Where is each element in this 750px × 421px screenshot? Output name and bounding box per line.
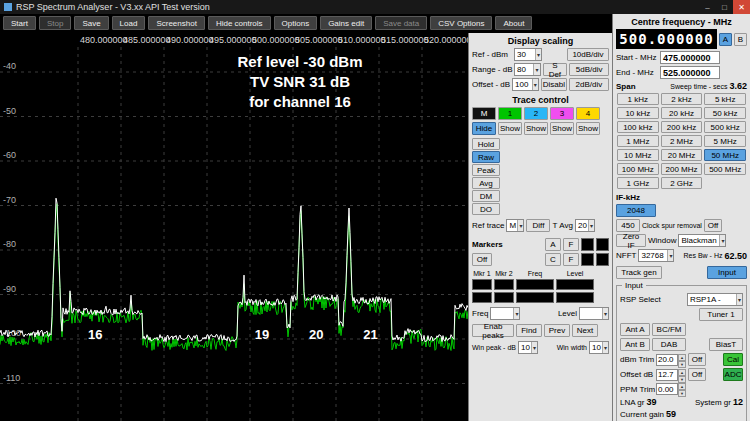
spin-down-icon[interactable]: ▼ xyxy=(678,376,686,383)
tuner1-button[interactable]: Tuner 1 xyxy=(699,308,743,321)
span-button[interactable]: 100 kHz xyxy=(617,121,659,133)
spin-down-icon[interactable]: ▼ xyxy=(678,361,686,368)
prev-peak-button[interactable]: Prev xyxy=(544,324,570,337)
close-button[interactable]: ✕ xyxy=(733,0,750,14)
marker-c-button[interactable]: C xyxy=(545,253,561,266)
span-button[interactable]: 1 MHz xyxy=(617,135,659,147)
biast-button[interactable]: BiasT xyxy=(709,338,743,351)
span-button[interactable]: 5 kHz xyxy=(704,93,746,105)
span-button[interactable]: 1 GHz xyxy=(617,177,659,189)
span-button[interactable]: 5 MHz xyxy=(704,135,746,147)
span-button[interactable]: 50 kHz xyxy=(704,107,746,119)
minimize-button[interactable]: – xyxy=(699,0,716,14)
span-button[interactable]: 1 kHz xyxy=(617,93,659,105)
adc-button[interactable]: ADC xyxy=(723,368,743,381)
marker-f-button[interactable]: F xyxy=(563,238,579,251)
toolbar-button[interactable]: Save data xyxy=(375,16,427,30)
toolbar-button[interactable]: Screenshot xyxy=(148,16,204,30)
toolbar-button[interactable]: Hide controls xyxy=(208,16,271,30)
marker-freq-select[interactable]: ▾ xyxy=(490,307,520,320)
toolbar-button[interactable]: Load xyxy=(112,16,146,30)
dm-button[interactable]: DM xyxy=(472,190,500,202)
marker-trace-button[interactable] xyxy=(581,238,594,251)
trace-3-button[interactable]: 3 xyxy=(550,107,574,120)
avg-count-select[interactable]: 20 ▾ xyxy=(575,219,595,232)
trace-m-hide-button[interactable]: Hide xyxy=(472,122,496,135)
trace-1-button[interactable]: 1 xyxy=(498,107,522,120)
spin-down-icon[interactable]: ▼ xyxy=(678,390,686,397)
trace-2-button[interactable]: 2 xyxy=(524,107,548,120)
zero-if-button[interactable]: Zero IF xyxy=(616,234,646,247)
raw-button[interactable]: Raw xyxy=(472,151,500,163)
span-button[interactable]: 10 MHz xyxy=(617,149,659,161)
span-button[interactable]: 200 MHz xyxy=(661,163,703,175)
span-button[interactable]: 10 kHz xyxy=(617,107,659,119)
win-peak-select[interactable]: 10 ▾ xyxy=(518,341,538,354)
ref-trace-select[interactable]: M ▾ xyxy=(506,219,524,232)
offset-db-stepper[interactable]: 12.7 ▲ ▼ xyxy=(656,369,686,381)
if-2048-button[interactable]: 2048 xyxy=(616,204,656,217)
toolbar-button[interactable]: Start xyxy=(3,16,36,30)
span-button[interactable]: 2 kHz xyxy=(661,93,703,105)
do-button[interactable]: DO xyxy=(472,203,500,215)
freq-a-button[interactable]: A xyxy=(719,33,732,46)
toolbar-button[interactable]: Save xyxy=(74,16,108,30)
peak-button[interactable]: Peak xyxy=(472,164,500,176)
rsp-select[interactable]: RSP1A - ▾ xyxy=(687,293,743,306)
hold-button[interactable]: Hold xyxy=(472,138,500,150)
maximize-button[interactable]: □ xyxy=(716,0,733,14)
freq-b-button[interactable]: B xyxy=(734,33,747,46)
offset-off-button[interactable]: Off xyxy=(688,368,706,381)
ant-b-button[interactable]: Ant B xyxy=(620,338,650,351)
cal-button[interactable]: Cal xyxy=(723,353,743,366)
span-button[interactable]: 50 MHz xyxy=(704,149,746,161)
marker-level-select[interactable]: ▾ xyxy=(579,307,609,320)
spin-up-icon[interactable]: ▲ xyxy=(678,369,686,376)
nfft-select[interactable]: 32768 ▾ xyxy=(638,249,674,262)
window-select[interactable]: Blackman ▾ xyxy=(678,234,726,247)
span-button[interactable]: 100 MHz xyxy=(617,163,659,175)
markers-off-button[interactable]: Off xyxy=(472,253,492,266)
marker-trace-button[interactable] xyxy=(581,253,594,266)
win-width-select[interactable]: 10 ▾ xyxy=(589,341,609,354)
avg-button[interactable]: Avg xyxy=(472,177,500,189)
ref-dbm-select[interactable]: 30 ▾ xyxy=(514,48,542,61)
toolbar-button[interactable]: Stop xyxy=(39,16,71,30)
bcfm-button[interactable]: BC/FM xyxy=(652,323,686,336)
marker-trace-button[interactable] xyxy=(596,238,609,251)
range-db-select[interactable]: 80 ▾ xyxy=(514,63,541,76)
span-button[interactable]: 20 MHz xyxy=(661,149,703,161)
track-gen-button[interactable]: Track gen xyxy=(616,266,662,279)
marker-f2-button[interactable]: F xyxy=(563,253,579,266)
offset-disable-button[interactable]: Disabl xyxy=(541,78,567,91)
trace-m-button[interactable]: M xyxy=(472,107,496,120)
trace-1-show-button[interactable]: Show xyxy=(498,122,522,135)
dbm-trim-off-button[interactable]: Off xyxy=(688,353,706,366)
marker-trace-button[interactable] xyxy=(596,253,609,266)
spur-off-button[interactable]: Off xyxy=(704,219,722,232)
set-default-button[interactable]: S Def xyxy=(543,63,568,76)
span-button[interactable]: 2 MHz xyxy=(661,135,703,147)
dab-button[interactable]: DAB xyxy=(652,338,686,351)
trace-2-show-button[interactable]: Show xyxy=(524,122,548,135)
marker-a-button[interactable]: A xyxy=(545,238,561,251)
scale-2db-div-button[interactable]: 2dB/div xyxy=(569,78,609,91)
spin-up-icon[interactable]: ▲ xyxy=(678,383,686,390)
span-button[interactable]: 20 kHz xyxy=(661,107,703,119)
scale-5db-div-button[interactable]: 5dB/div xyxy=(569,63,609,76)
trace-4-show-button[interactable]: Show xyxy=(576,122,600,135)
diff-button[interactable]: Diff xyxy=(526,219,550,232)
scale-10db-div-button[interactable]: 10dB/div xyxy=(567,48,609,61)
span-button[interactable]: 2 GHz xyxy=(661,177,703,189)
toolbar-button[interactable]: About xyxy=(495,16,532,30)
span-button[interactable]: 200 kHz xyxy=(661,121,703,133)
next-peak-button[interactable]: Next xyxy=(572,324,598,337)
trace-3-show-button[interactable]: Show xyxy=(550,122,574,135)
span-button[interactable]: 500 MHz xyxy=(704,163,746,175)
ppm-trim-stepper[interactable]: 0.00 ▲ ▼ xyxy=(656,383,686,395)
dbm-trim-stepper[interactable]: 20.0 ▲ ▼ xyxy=(656,354,686,366)
enable-peaks-button[interactable]: Enab peaks xyxy=(472,324,514,337)
toolbar-button[interactable]: Options xyxy=(274,16,318,30)
ant-a-button[interactable]: Ant A xyxy=(620,323,650,336)
input-button[interactable]: Input xyxy=(707,266,747,279)
